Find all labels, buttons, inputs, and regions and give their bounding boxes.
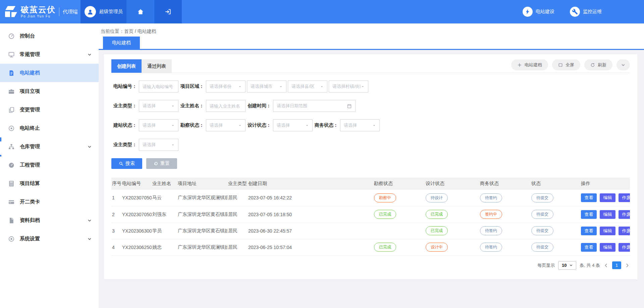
sidebar-item-8[interactable]: 工程管理 — [0, 156, 99, 174]
select-placeholder: 请选择县/区 — [291, 83, 315, 89]
toolbar-button-2[interactable]: 全屏 — [552, 59, 580, 70]
view-button[interactable]: 查看 — [581, 193, 597, 202]
column-header: 业主姓名 — [152, 178, 177, 190]
view-button[interactable]: 查看 — [581, 210, 597, 219]
toolbar-button-label: 全屏 — [566, 62, 574, 68]
pagination: 每页显示 10 条, 共 4 条 1 — [111, 261, 630, 270]
actions-cell: 查看编辑作废 — [580, 206, 630, 223]
breadcrumb-path[interactable]: 首页 / 电站建档 — [124, 28, 156, 34]
filter-select[interactable]: 请选择 — [139, 119, 178, 131]
address-cell: 广东深圳龙华区黄石镇姚家庄... — [177, 223, 227, 239]
search-button[interactable]: 搜索 — [111, 158, 142, 169]
prev-page-button[interactable] — [603, 263, 609, 268]
brand-logo-icon — [4, 6, 18, 18]
address-cell: 广东深圳龙华区观澜镇姚家庄... — [177, 239, 227, 255]
created-cell: 2023-07-05 16:18:50 — [248, 206, 373, 223]
filter-select[interactable]: 请选择村镇/街道 — [329, 80, 368, 93]
filter-label: 电站编号： — [111, 83, 137, 89]
view-button[interactable]: 查看 — [581, 227, 597, 235]
chevron-down-icon — [87, 144, 92, 149]
invalidate-button[interactable]: 作废 — [619, 227, 630, 235]
sidebar-item-2[interactable]: 常规管理 — [0, 45, 99, 64]
edit-button[interactable]: 编辑 — [600, 243, 615, 252]
sidebar-item-label: 系统设置 — [20, 236, 40, 242]
reset-button[interactable]: 重置 — [146, 158, 177, 169]
filter-label: 创建时间： — [246, 103, 271, 109]
column-header: 业主类型 — [227, 178, 248, 190]
filter-select[interactable]: 请选择 — [139, 139, 178, 151]
reset-button-label: 重置 — [160, 161, 170, 167]
logout-button[interactable] — [154, 0, 182, 23]
actions-cell: 查看编辑作废 — [580, 239, 630, 255]
target-icon — [8, 125, 15, 132]
table-row: 2YX2023070500010刘强东广东深圳龙华区黄石镇星官大...居民202… — [111, 206, 630, 223]
filter-select[interactable]: 请选择城市 — [247, 80, 286, 93]
status-badge: 勘察中 — [374, 193, 396, 202]
current-page-button[interactable]: 1 — [612, 261, 621, 269]
user-menu[interactable]: 超级管理员 — [80, 0, 126, 23]
sidebar-item-12[interactable]: 系统设置 — [0, 230, 99, 248]
sidebar-item-1[interactable]: 控制台 — [0, 27, 99, 45]
sidebar-item-10[interactable]: 开二类卡 — [0, 193, 99, 211]
quick-link-1[interactable]: 电站建设 — [523, 7, 554, 17]
filter-row-1: 电站编号：项目区域：请选择省份请选择城市请选择县/区请选择村镇/街道 — [111, 80, 630, 93]
filter-input[interactable] — [206, 100, 246, 112]
status-cell: 已完成 — [425, 206, 479, 223]
filter-select[interactable]: 请选择县/区 — [288, 80, 327, 93]
status-badge: 已完成 — [374, 243, 396, 252]
filter-label: 业主姓名： — [178, 103, 204, 109]
search-icon — [119, 161, 123, 166]
invalidate-button[interactable]: 作废 — [619, 210, 630, 219]
type-cell: 居民 — [227, 239, 248, 255]
edit-button[interactable]: 编辑 — [600, 210, 615, 219]
toolbar-button-1[interactable]: 电站建档 — [511, 59, 548, 70]
filter-select[interactable]: 请选择 — [273, 119, 313, 131]
toolbar-button-3[interactable]: 刷新 — [584, 59, 612, 70]
sidebar-item-7[interactable]: 仓库管理 — [0, 137, 99, 156]
type-cell: 居民 — [227, 223, 248, 239]
filter-input[interactable] — [139, 80, 178, 93]
tab-1[interactable]: 创建列表 — [111, 59, 142, 73]
next-page-button[interactable] — [625, 263, 630, 268]
status-cell: 待签约 — [479, 223, 531, 239]
sidebar-item-6[interactable]: 电站终止 — [0, 119, 99, 137]
filter-select[interactable]: 请选择 — [139, 100, 178, 112]
briefcase-icon — [8, 88, 15, 95]
invalidate-button[interactable]: 作废 — [619, 193, 630, 202]
quick-link-2[interactable]: 监控运维 — [570, 7, 602, 17]
panel-card: 创建列表通过列表 电站建档全屏刷新 电站编号：项目区域：请选择省份请选择城市请选… — [104, 54, 637, 279]
sidebar-item-9[interactable]: 项目结算 — [0, 174, 99, 193]
sidebar-item-5[interactable]: 变更管理 — [0, 101, 99, 119]
sidebar-item-label: 电站建档 — [20, 70, 40, 76]
invalidate-button[interactable]: 作废 — [619, 243, 630, 252]
select-placeholder: 请选择 — [143, 142, 156, 148]
filter-daterange[interactable]: 请选择日期范围 — [273, 100, 356, 112]
calendar-icon — [347, 104, 352, 109]
page-tab[interactable]: 电站建档 — [103, 37, 140, 49]
content-header: 当前位置：首页 / 电站建档 电站建档 — [99, 23, 644, 50]
edit-button[interactable]: 编辑 — [600, 193, 615, 202]
created-cell: 2023-06-25 10:57:04 — [248, 239, 373, 255]
filter-select[interactable]: 请选择 — [206, 119, 246, 131]
status-cell: 已完成 — [425, 223, 479, 239]
edit-button[interactable]: 编辑 — [600, 227, 615, 235]
home-button[interactable] — [126, 0, 154, 23]
tab-2[interactable]: 通过列表 — [142, 59, 172, 73]
filter-label: 项目区域： — [178, 83, 204, 89]
copy-icon — [8, 107, 15, 113]
total-count-label: 条, 共 4 条 — [580, 262, 600, 268]
filter-select[interactable]: 请选择 — [340, 119, 380, 131]
view-button[interactable]: 查看 — [581, 243, 597, 252]
sidebar-item-11[interactable]: 资料归档 — [0, 211, 99, 230]
status-badge: 待提交 — [531, 243, 553, 252]
sidebar-item-4[interactable]: 项目立项 — [0, 82, 99, 101]
filter-select[interactable]: 请选择省份 — [206, 80, 246, 93]
sidebar-item-3[interactable]: 电站建档 — [0, 64, 99, 82]
chevron-down-icon — [87, 52, 92, 57]
sidebar-item-label: 变更管理 — [20, 107, 40, 113]
per-page-select[interactable]: 10 — [558, 261, 576, 270]
actions-cell: 查看编辑作废 — [580, 223, 630, 239]
toolbar-button-4[interactable] — [616, 59, 630, 70]
address-cell: 广东深圳龙华区黄石镇星官大... — [177, 206, 227, 223]
brand-text: 破茧云伏 Po Jian Yun Fu — [21, 6, 56, 18]
